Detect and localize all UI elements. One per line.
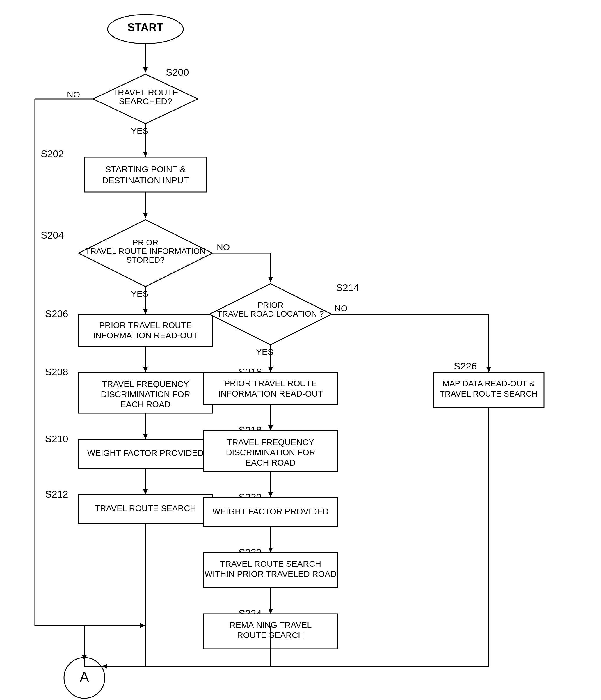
s210-box: WEIGHT FACTOR PROVIDED [87,448,204,458]
s208-line3: EACH ROAD [120,400,171,409]
s206-label: S206 [45,308,68,319]
s206-line1: PRIOR TRAVEL ROUTE [99,321,192,330]
svg-rect-0 [0,0,601,700]
s208-line2: DISCRIMINATION FOR [101,390,190,399]
s214-no-label: NO [334,303,348,313]
s208-line1: TRAVEL FREQUENCY [102,379,189,389]
s204-line2: TRAVEL ROUTE INFORMATION [85,247,205,256]
s218-line3: EACH ROAD [246,458,296,467]
s206-line2: INFORMATION READ-OUT [93,331,198,340]
s208-label: S208 [45,366,68,377]
s204-line1: PRIOR [133,238,158,247]
s226-line2: TRAVEL ROUTE SEARCH [440,389,537,398]
terminal-a-label: A [80,669,89,684]
s200-decision-line2: SEARCHED? [119,96,172,106]
svg-rect-9 [84,157,206,192]
s200-decision-line1: TRAVEL ROUTE [112,88,179,97]
s212-label: S212 [45,489,68,500]
s200-no-label: NO [67,90,80,99]
s204-label: S204 [41,229,64,241]
s226-label: S226 [454,360,477,372]
s218-line2: DISCRIMINATION FOR [226,448,315,457]
s222-line1: TRAVEL ROUTE SEARCH [220,559,321,569]
flowchart-diagram: START S200 TRAVEL ROUTE SEARCHED? YES NO… [0,0,601,700]
s214-label: S214 [336,282,359,293]
svg-rect-35 [204,372,337,404]
start-label: START [127,21,164,33]
s210-label: S210 [45,433,68,444]
s202-line1: STARTING POINT & [105,165,186,174]
s216-line1: PRIOR TRAVEL ROUTE [224,379,317,388]
s200-label: S200 [166,67,189,78]
s212-box: TRAVEL ROUTE SEARCH [95,504,196,513]
s216-line2: INFORMATION READ-OUT [218,389,323,398]
s218-line1: TRAVEL FREQUENCY [227,438,314,447]
s202-line2: DESTINATION INPUT [102,175,189,185]
s220-box: WEIGHT FACTOR PROVIDED [212,507,329,516]
s226-line1: MAP DATA READ-OUT & [443,379,535,388]
s204-line3: STORED? [126,255,165,265]
svg-rect-18 [78,314,212,346]
s202-label: S202 [41,148,64,159]
s204-no-label: NO [217,242,230,252]
s222-line2: WITHIN PRIOR TRAVELED ROAD [204,569,336,579]
s214-line1: PRIOR [258,301,284,309]
s214-line2: TRAVEL ROAD LOCATION ? [217,309,324,318]
